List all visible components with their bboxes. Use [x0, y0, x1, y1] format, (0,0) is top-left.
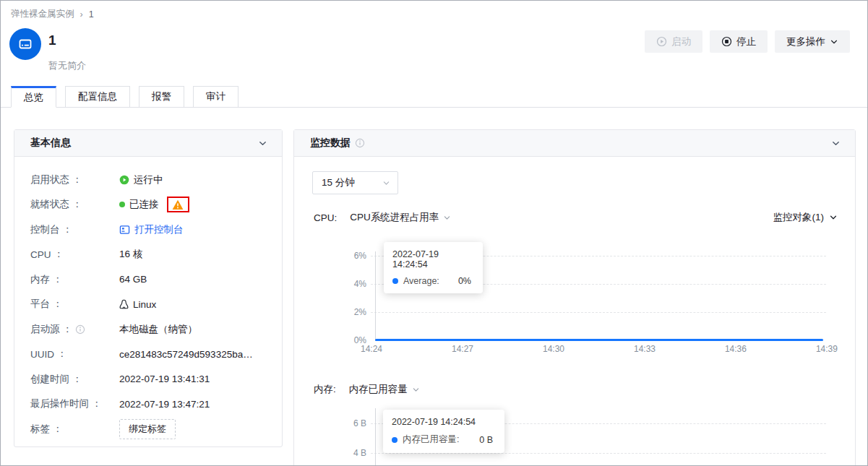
warning-triangle-icon[interactable]: [172, 199, 184, 210]
tab-alarm[interactable]: 报警: [139, 86, 184, 108]
info-row-create-time: 创建时间： 2022-07-19 13:41:31: [30, 371, 266, 387]
create-time-value: 2022-07-19 13:41:31: [119, 374, 210, 384]
info-row-tags: 标签： 绑定标签: [30, 420, 266, 437]
cpu-tooltip-time: 2022-07-19 14:24:54: [392, 249, 474, 269]
monitoring-title: 监控数据: [310, 137, 351, 150]
label-colon: ：: [72, 198, 82, 211]
tab-config-info[interactable]: 配置信息: [65, 86, 130, 108]
cpu-xtick: 14:36: [725, 344, 747, 354]
platform-value: Linux: [133, 299, 156, 310]
connected-dot-icon: [119, 202, 125, 207]
info-row-console: 控制台： 打开控制台: [30, 221, 266, 238]
cpu-x-axis-labels: 14:24 14:27 14:30 14:33 14:36 14:39: [361, 344, 838, 354]
tab-audit[interactable]: 审计: [193, 86, 239, 108]
label-colon: ：: [53, 298, 63, 311]
series-dot-icon: [392, 278, 398, 284]
basic-info-panel: 基本信息 启用状态： 运行中 就绪状态： 已连接: [14, 129, 283, 447]
tags-label: 标签: [30, 423, 50, 436]
chevron-down-icon: [830, 38, 838, 46]
monitor-target-label: 监控对象(1): [773, 211, 825, 224]
memory-ytick-6: 6 B: [335, 418, 366, 428]
info-row-boot-source: 启动源： 本地磁盘（纳管）: [30, 321, 266, 337]
red-annotation-box: [167, 197, 189, 212]
monitoring-panel: 监控数据 15 分钟 CPU: CPU系统进程占用率: [293, 129, 856, 466]
cpu-tooltip: 2022-07-19 14:24:54 Average: 0%: [384, 242, 483, 293]
gridline: [371, 453, 826, 454]
label-colon: ：: [63, 223, 73, 236]
uuid-label: UUID: [30, 349, 54, 360]
memory-label: 内存: [30, 273, 50, 286]
series-dot-icon: [392, 437, 398, 443]
tab-overview-label: 总览: [24, 91, 43, 104]
monitor-target-select[interactable]: 监控对象(1): [773, 211, 838, 224]
cpu-series-line: [375, 339, 823, 341]
bind-tag-button[interactable]: 绑定标签: [119, 419, 176, 439]
chevron-down-icon[interactable]: [258, 139, 267, 148]
info-circle-icon[interactable]: [75, 324, 85, 335]
chevron-down-icon[interactable]: [831, 139, 841, 148]
cpu-xtick: 14:39: [816, 344, 838, 354]
start-button-label: 启动: [671, 35, 691, 48]
memory-group-label: 内存:: [314, 383, 336, 396]
cpu-metric-select[interactable]: CPU系统进程占用率: [350, 211, 451, 224]
cpu-xtick: 14:30: [543, 344, 564, 354]
action-bar: 启动 停止 更多操作: [645, 30, 850, 53]
info-row-uuid: UUID： ce281483c57249d593325ba…: [30, 346, 266, 363]
ready-status-label: 就绪状态: [30, 198, 69, 211]
stop-button-label: 停止: [736, 35, 756, 48]
more-actions-label: 更多操作: [786, 35, 825, 48]
label-colon: ：: [53, 423, 63, 436]
memory-tooltip-label: 内存已用容量:: [403, 433, 474, 446]
breadcrumb-root[interactable]: 弹性裸金属实例: [11, 8, 74, 20]
gridline: [371, 312, 826, 313]
ready-status-value: 已连接: [129, 198, 159, 211]
basic-info-header: 基本信息: [14, 130, 282, 157]
instance-detail-page: 弹性裸金属实例 › 1 1 暂无简介 启动 停止 更多操作: [0, 0, 868, 466]
breadcrumb-separator-icon: ›: [80, 9, 83, 20]
platform-label: 平台: [30, 298, 50, 311]
info-row-platform: 平台： Linux: [30, 296, 266, 313]
basic-info-list: 启用状态： 运行中 就绪状态： 已连接: [14, 157, 282, 437]
last-op-time-value: 2022-07-19 13:47:21: [119, 399, 210, 410]
chevron-down-icon: [443, 214, 451, 222]
console-label: 控制台: [30, 223, 60, 236]
create-time-label: 创建时间: [30, 373, 69, 386]
cpu-xtick: 14:33: [634, 344, 656, 354]
open-console-link[interactable]: 打开控制台: [119, 223, 184, 236]
cpu-tooltip-label: Average:: [403, 276, 453, 286]
tab-overview[interactable]: 总览: [11, 86, 56, 108]
uuid-value: ce281483c57249d593325ba…: [119, 349, 253, 360]
label-colon: ：: [72, 373, 82, 386]
start-button[interactable]: 启动: [645, 30, 702, 53]
info-row-last-op-time: 最后操作时间： 2022-07-19 13:47:21: [30, 396, 266, 413]
instance-avatar: [9, 28, 41, 60]
memory-tooltip-value: 0 B: [479, 435, 496, 445]
tab-config-info-label: 配置信息: [78, 90, 117, 103]
memory-metric-row: 内存: 内存已用容量: [314, 383, 838, 396]
memory-y-axis: [375, 408, 376, 466]
memory-tooltip: 2022-07-19 14:24:54 内存已用容量: 0 B: [383, 410, 504, 453]
open-console-label: 打开控制台: [134, 223, 184, 236]
server-icon: [17, 35, 34, 53]
info-row-ready-status: 就绪状态： 已连接: [30, 197, 266, 213]
more-actions-button[interactable]: 更多操作: [775, 30, 850, 53]
time-range-select[interactable]: 15 分钟: [312, 171, 398, 194]
tab-bar: 总览 配置信息 报警 审计: [1, 86, 867, 108]
memory-tooltip-time: 2022-07-19 14:24:54: [392, 417, 496, 427]
cpu-ytick-4: 4%: [335, 279, 366, 289]
memory-metric-title: 内存已用容量: [349, 383, 408, 396]
info-circle-icon[interactable]: [355, 138, 365, 148]
info-row-memory: 内存： 64 GB: [30, 271, 266, 288]
enable-status-label: 启用状态: [30, 173, 69, 186]
stop-button[interactable]: 停止: [710, 30, 768, 53]
chevron-down-icon: [412, 386, 420, 394]
breadcrumb: 弹性裸金属实例 › 1: [11, 8, 94, 20]
page-subtitle: 暂无简介: [48, 59, 86, 72]
label-colon: ：: [53, 273, 63, 286]
monitoring-header: 监控数据: [294, 130, 855, 157]
chevron-down-icon: [829, 213, 838, 222]
stop-circle-icon: [721, 36, 732, 47]
memory-metric-select[interactable]: 内存已用容量: [349, 383, 420, 396]
label-colon: ：: [57, 348, 67, 361]
info-row-enable-status: 启用状态： 运行中: [30, 171, 266, 188]
